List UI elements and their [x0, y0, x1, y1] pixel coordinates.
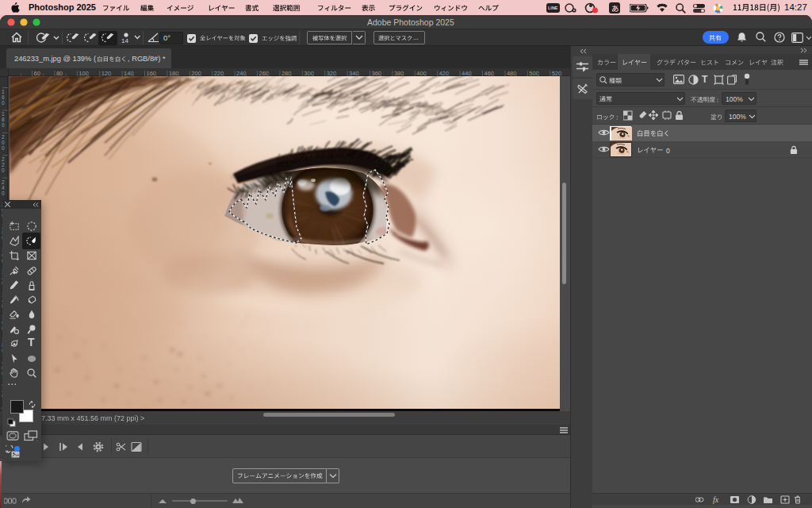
svg-text:8: 8: [2, 117, 5, 122]
svg-text:460: 460: [485, 70, 495, 77]
svg-text:1: 1: [2, 111, 5, 117]
svg-text:0: 0: [2, 122, 5, 128]
svg-text:180: 180: [169, 70, 179, 77]
svg-text:380: 380: [394, 70, 404, 77]
svg-text:2: 2: [2, 179, 5, 185]
svg-text:260: 260: [259, 70, 270, 77]
svg-text:fx: fx: [713, 495, 719, 504]
svg-text:1: 1: [2, 89, 5, 94]
svg-text:420: 420: [439, 70, 450, 77]
svg-text:0: 0: [2, 167, 5, 173]
svg-text:140: 140: [124, 70, 134, 77]
svg-text:220: 220: [214, 70, 224, 77]
svg-text:2: 2: [2, 134, 5, 140]
svg-text:4: 4: [2, 185, 5, 190]
svg-text:160: 160: [147, 70, 157, 77]
svg-text:120: 120: [102, 70, 112, 77]
svg-text:0: 0: [2, 190, 5, 196]
svg-text:0: 0: [2, 100, 5, 106]
svg-text:360: 360: [372, 70, 382, 77]
svg-text:320: 320: [327, 70, 337, 77]
svg-text:0: 0: [2, 145, 5, 151]
svg-text:520: 520: [552, 70, 562, 77]
svg-text:300: 300: [304, 70, 314, 77]
svg-text:2: 2: [2, 162, 5, 167]
svg-text:2: 2: [2, 156, 5, 162]
svg-text:60: 60: [34, 70, 40, 77]
svg-text:200: 200: [191, 70, 201, 77]
svg-text:0: 0: [2, 140, 5, 145]
svg-text:240: 240: [236, 70, 247, 77]
svg-text:400: 400: [416, 70, 427, 77]
svg-text:340: 340: [349, 70, 359, 77]
svg-text:500: 500: [529, 70, 539, 77]
svg-text:100: 100: [79, 70, 89, 77]
svg-text:80: 80: [56, 70, 63, 77]
svg-text:480: 480: [507, 70, 517, 77]
svg-text:280: 280: [282, 70, 292, 77]
svg-text:6: 6: [2, 94, 5, 100]
svg-text:440: 440: [462, 70, 472, 77]
